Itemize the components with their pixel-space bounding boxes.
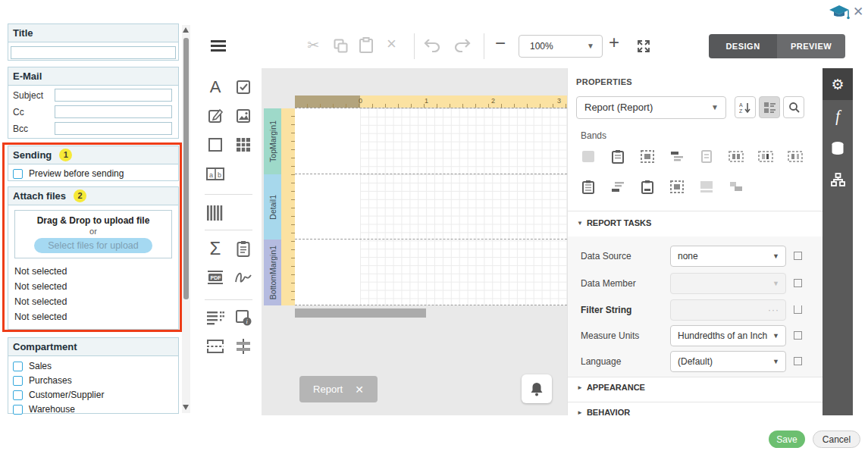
table-tool-icon[interactable] [233,135,253,155]
horizontal-scrollbar[interactable] [295,308,426,318]
band-separator[interactable] [295,174,567,174]
title-input[interactable] [11,46,176,59]
rich-text-tool-icon[interactable] [205,106,225,126]
band-separator[interactable] [295,239,567,240]
preview-tab[interactable]: PREVIEW [777,34,845,58]
notifications-button[interactable] [522,374,552,403]
delete-icon[interactable]: × [387,36,396,52]
tab-close-icon[interactable]: ✕ [355,384,364,396]
property-marker[interactable] [794,331,802,340]
category-view-button[interactable] [759,96,780,118]
object-selector[interactable]: Report (Report)▼ [576,96,726,119]
divider [568,402,823,402]
compartment-sales-checkbox[interactable] [13,362,23,371]
band-strip-bottom-margin[interactable]: BottomMargin1 [264,240,281,305]
scroll-up-icon[interactable] [183,27,189,33]
paste-icon[interactable] [359,37,374,54]
measure-units-select[interactable]: Hundredths of an Inch▼ [670,325,786,346]
property-marker[interactable] [794,279,802,287]
summary-sigma-tool-icon[interactable]: Σ [205,239,225,258]
report-explorer-rail-button[interactable] [823,164,853,196]
barcode-tool-icon[interactable] [205,203,225,223]
band-cross-band-icon[interactable] [729,180,744,194]
band-report-footer-icon[interactable] [581,180,596,194]
checkbox-tool-icon[interactable] [233,77,253,97]
zoom-level-select[interactable]: 100% ▼ [519,35,603,58]
subject-input[interactable] [55,89,172,102]
report-design-surface[interactable] [295,108,567,305]
report-tasks-section-header[interactable]: ▼REPORT TASKS [577,218,651,227]
label-tool-icon[interactable]: A [205,77,225,97]
band-icons-row [581,180,744,194]
preview-before-sending-checkbox[interactable] [13,169,23,179]
appearance-section-header[interactable]: ►APPEARANCE [577,383,645,392]
close-icon[interactable]: ✕ [851,5,865,19]
band-page-header-icon[interactable] [640,149,655,164]
svg-text:Z: Z [739,108,743,114]
band-group-footer-icon[interactable] [610,180,625,194]
band-group-header-icon[interactable] [669,149,685,164]
graduation-cap-icon[interactable] [829,4,850,22]
zoom-out-icon[interactable]: − [495,36,506,51]
data-source-select[interactable]: none▼ [670,246,786,267]
band-sub-band-icon[interactable] [699,180,714,194]
compartment-warehouse-checkbox[interactable] [13,405,23,415]
behavior-section-header[interactable]: ►BEHAVIOR [577,408,630,417]
save-button[interactable]: Save [769,431,805,448]
page-break-tool-icon[interactable] [205,337,225,356]
panel-tool-icon[interactable] [205,135,225,155]
bands-label: Bands [581,130,606,141]
page-info-tool-icon[interactable] [233,239,253,258]
band-strip-top-margin[interactable]: TopMargin1 [264,108,281,174]
bcc-input[interactable] [55,122,172,135]
language-select[interactable]: (Default)▼ [670,351,786,372]
svg-text:a: a [209,171,213,178]
design-tab[interactable]: DESIGN [709,34,777,58]
picture-tool-icon[interactable] [233,106,253,126]
property-marker[interactable] [794,305,802,314]
character-comb-tool-icon[interactable]: ab [205,164,225,183]
pdf-content-tool-icon[interactable]: PDF [205,268,225,287]
band-page-footer-icon[interactable] [640,180,655,194]
table-of-contents-tool-icon[interactable] [205,308,225,327]
expressions-rail-button[interactable]: f [823,100,853,132]
undo-icon[interactable] [423,39,441,52]
title-section-header: Title [13,24,33,42]
menu-icon[interactable] [211,40,226,52]
band-vertical-detail-icon[interactable] [788,149,803,164]
cut-icon[interactable]: ✂ [307,38,319,53]
ellipsis-icon[interactable]: ··· [768,300,779,320]
fullscreen-icon[interactable] [635,38,652,55]
field-list-rail-button[interactable] [823,132,853,164]
left-panel-scrollbar[interactable] [182,25,190,413]
page-info-box-tool-icon[interactable]: i [233,308,253,327]
copy-icon[interactable] [334,39,348,53]
property-marker[interactable] [794,357,802,365]
band-vertical-header-icon[interactable] [758,149,773,164]
band-strip-detail[interactable]: Detail1 [264,174,281,240]
scroll-down-icon[interactable] [183,405,189,410]
sort-az-button[interactable]: AZ [735,96,756,118]
property-row-data-source: Data Source none▼ [568,246,823,267]
property-marker[interactable] [794,252,802,260]
cancel-button[interactable]: Cancel [813,431,860,448]
band-detail-icon[interactable] [699,149,714,164]
band-separator[interactable] [295,305,567,305]
properties-rail-button[interactable]: ⚙ [823,68,853,100]
zoom-in-icon[interactable]: + [609,35,619,50]
signature-tool-icon[interactable] [233,268,253,287]
compartment-customer-supplier-checkbox[interactable] [13,390,23,400]
compartment-purchases-checkbox[interactable] [13,376,23,386]
redo-icon[interactable] [453,39,472,52]
band-bottom-margin-icon[interactable] [669,180,685,194]
band-report-header-icon[interactable] [610,149,625,164]
scrollbar-thumb[interactable] [183,38,189,299]
report-document-tab[interactable]: Report ✕ [299,376,378,402]
cross-band-line-tool-icon[interactable] [233,337,253,356]
cc-input[interactable] [55,105,172,118]
band-top-margin-icon[interactable] [581,149,596,164]
dropzone[interactable]: Drag & Drop to upload file or Select fil… [14,210,172,258]
search-button[interactable] [783,96,804,118]
select-files-button[interactable]: Select files for upload [34,238,152,253]
band-detail-report-icon[interactable] [729,149,744,164]
